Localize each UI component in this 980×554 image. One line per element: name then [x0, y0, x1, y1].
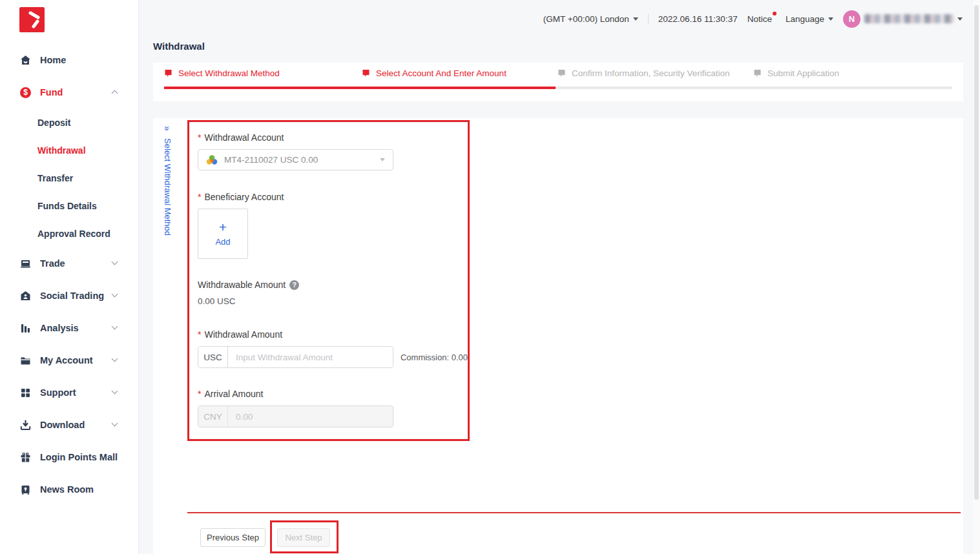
fund-icon: $: [20, 87, 31, 98]
add-beneficiary-button[interactable]: + Add: [198, 209, 248, 259]
user-name-blurred: [864, 14, 954, 23]
step-label: Select Withdrawal Method: [178, 68, 280, 78]
sidebar-item-label: Fund: [40, 87, 63, 97]
steps-progress-bar-rest: [556, 87, 952, 89]
sidebar-item-social-trading[interactable]: Social Trading: [0, 280, 138, 312]
chevron-down-icon: [112, 388, 118, 395]
sidebar-item-label: Trade: [40, 258, 65, 269]
scrollbar-track[interactable]: [973, 0, 980, 554]
step-confirm-information[interactable]: Confirm Information, Security Verificati…: [558, 68, 730, 78]
sidebar: Home $ Fund Deposit Withdrawal Transfer …: [0, 0, 139, 554]
annotated-form-region: *Withdrawal Account MT4-2110027 USC 0.00…: [187, 120, 470, 441]
withdrawal-amount-currency: USC: [198, 347, 228, 367]
sidebar-item-label: Approval Record: [37, 229, 110, 239]
sidebar-item-label: Home: [40, 55, 66, 65]
chevron-down-icon: [112, 323, 118, 330]
brand-logo-icon[interactable]: [19, 7, 45, 32]
flag-icon: [558, 69, 566, 77]
avatar: N: [843, 10, 860, 28]
sidebar-item-support[interactable]: Support: [0, 376, 138, 409]
language-selector[interactable]: Language: [786, 14, 833, 24]
timezone-label: (GMT +00:00) London: [543, 14, 629, 24]
step-select-account[interactable]: Select Account And Enter Amount: [362, 68, 506, 78]
sidebar-item-deposit[interactable]: Deposit: [0, 108, 138, 136]
chevron-up-icon: [112, 90, 118, 97]
arrival-amount-group: CNY: [198, 405, 393, 427]
topbar-divider: [648, 14, 649, 24]
timezone-selector[interactable]: (GMT +00:00) London: [543, 14, 638, 24]
chevron-down-icon: [112, 356, 118, 362]
chevron-down-icon: [112, 291, 118, 298]
previous-step-button[interactable]: Previous Step: [200, 528, 266, 547]
sidebar-item-label: Support: [40, 387, 76, 398]
flag-icon: [164, 69, 172, 77]
notice-label: Notice: [747, 14, 772, 24]
withdrawable-amount-label: Withdrawable Amount ?: [198, 280, 468, 290]
withdrawal-account-select[interactable]: MT4-2110027 USC 0.00: [198, 149, 393, 170]
collapse-method-panel[interactable]: » Select Withdrawal Method: [162, 126, 172, 236]
sidebar-item-funds-details[interactable]: Funds Details: [0, 192, 138, 220]
plus-icon: +: [219, 221, 227, 233]
required-marker: *: [198, 132, 201, 143]
sidebar-item-label: My Account: [40, 355, 93, 365]
beneficiary-account-label: *Beneficiary Account: [198, 192, 468, 202]
sidebar-item-withdrawal[interactable]: Withdrawal: [0, 136, 138, 164]
step-select-withdrawal-method[interactable]: Select Withdrawal Method: [164, 68, 280, 78]
sidebar-item-label: News Room: [40, 484, 94, 495]
required-marker: *: [198, 389, 201, 399]
withdrawal-amount-label: *Withdrawal Amount: [198, 329, 468, 340]
download-icon: [20, 420, 31, 431]
sidebar-item-my-account[interactable]: My Account: [0, 344, 138, 376]
help-icon[interactable]: ?: [289, 280, 299, 290]
next-step-annotation-box: Next Step: [270, 520, 339, 553]
step-submit-application[interactable]: Submit Application: [753, 68, 839, 78]
step-label: Submit Application: [767, 68, 839, 78]
sidebar-item-transfer[interactable]: Transfer: [0, 164, 138, 192]
step-label: Select Account And Enter Amount: [376, 68, 506, 78]
withdrawable-amount-value: 0.00 USC: [198, 296, 468, 306]
sidebar-item-label: Analysis: [40, 323, 79, 333]
my-account-icon: [20, 355, 31, 366]
sidebar-item-label: Login Points Mall: [40, 452, 118, 462]
sidebar-item-label: Deposit: [37, 118, 70, 128]
sidebar-item-trade[interactable]: Trade: [0, 247, 138, 280]
chevron-down-icon: [112, 420, 118, 427]
datetime-label: 2022.06.16 11:30:37: [658, 14, 738, 24]
chevron-down-icon: [828, 17, 833, 21]
withdrawal-account-value: MT4-2110027 USC 0.00: [224, 155, 380, 165]
sidebar-item-login-points-mall[interactable]: Login Points Mall: [0, 441, 138, 473]
news-room-icon: [20, 484, 31, 495]
topbar: (GMT +00:00) London 2022.06.16 11:30:37 …: [140, 0, 980, 37]
sidebar-item-label: Withdrawal: [37, 145, 86, 156]
main-area: (GMT +00:00) London 2022.06.16 11:30:37 …: [140, 0, 980, 554]
step-label: Confirm Information, Security Verificati…: [572, 68, 730, 78]
sidebar-nav: Home $ Fund Deposit Withdrawal Transfer …: [0, 44, 138, 506]
double-chevron-icon: »: [162, 126, 172, 132]
sidebar-item-news-room[interactable]: News Room: [0, 473, 138, 506]
collapse-panel-label: Select Withdrawal Method: [163, 138, 172, 236]
analysis-icon: [20, 323, 31, 334]
sidebar-item-fund[interactable]: $ Fund: [0, 76, 138, 108]
required-marker: *: [198, 329, 201, 340]
add-label: Add: [215, 237, 230, 247]
sidebar-item-label: Download: [40, 420, 85, 430]
user-menu[interactable]: N: [843, 10, 963, 28]
withdrawal-amount-input[interactable]: [228, 347, 393, 367]
language-label: Language: [786, 14, 824, 24]
sidebar-item-analysis[interactable]: Analysis: [0, 312, 138, 344]
next-step-button[interactable]: Next Step: [277, 528, 330, 547]
sidebar-item-home[interactable]: Home: [0, 44, 138, 76]
sidebar-item-download[interactable]: Download: [0, 409, 138, 441]
sidebar-item-approval-record[interactable]: Approval Record: [0, 220, 138, 247]
footer-divider-annotation: [187, 512, 961, 513]
scrollbar-thumb[interactable]: [974, 5, 979, 500]
notice-badge-dot: [773, 12, 777, 15]
withdrawal-amount-group: USC: [198, 346, 393, 368]
notice-button[interactable]: Notice: [747, 14, 776, 24]
sidebar-item-label: Transfer: [37, 173, 73, 183]
gift-icon: [20, 452, 31, 463]
sidebar-item-label: Funds Details: [37, 201, 97, 211]
mt4-account-icon: [206, 154, 218, 166]
support-icon: [20, 387, 31, 398]
chevron-down-icon: [380, 158, 385, 161]
